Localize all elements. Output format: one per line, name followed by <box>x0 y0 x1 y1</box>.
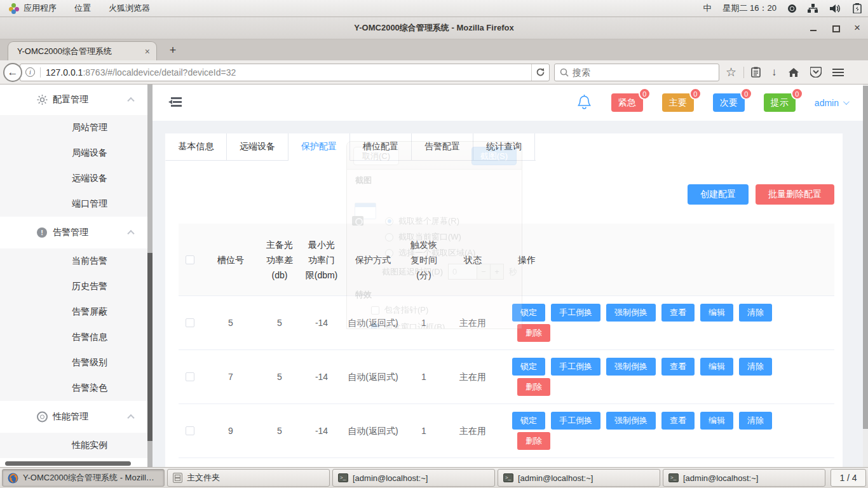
badge-label: 提示 <box>771 97 789 109</box>
clear-button[interactable]: 清除 <box>739 304 772 322</box>
tab-slot-config[interactable]: 槽位配置 <box>350 133 412 161</box>
url-text[interactable]: 127.0.0.1:8763/#/localdevice/detail?devi… <box>46 67 531 78</box>
user-menu[interactable]: admin <box>815 98 848 108</box>
search-input[interactable] <box>573 67 714 78</box>
sidebar-section-config[interactable]: 配置管理 <box>0 85 147 115</box>
edit-button[interactable]: 编辑 <box>700 412 733 430</box>
badge-count: 0 <box>791 88 803 100</box>
sidebar-scrollbar-vertical[interactable] <box>147 85 153 467</box>
applications-icon <box>9 3 19 13</box>
row-checkbox[interactable] <box>186 372 194 381</box>
sidebar-scrollbar-horizontal[interactable] <box>5 461 131 466</box>
sidebar-item-current-alarm[interactable]: 当前告警 <box>0 248 147 274</box>
site-info-icon[interactable]: i <box>25 67 35 77</box>
maximize-button[interactable] <box>831 24 840 32</box>
delete-button[interactable]: 删除 <box>517 378 550 396</box>
manual-switch-button[interactable]: 手工倒换 <box>551 358 600 376</box>
lock-button[interactable]: 锁定 <box>512 304 545 322</box>
sidebar-item-remote-device[interactable]: 远端设备 <box>0 166 147 191</box>
alarm-badge-critical[interactable]: 紧急 0 <box>611 93 643 112</box>
pocket-icon[interactable] <box>810 67 822 78</box>
record-icon[interactable] <box>788 4 796 13</box>
sidebar-item-label: 端口管理 <box>72 198 107 210</box>
taskbar-window-terminal-1[interactable]: >_ [admin@localhost:~] <box>332 469 495 487</box>
volume-icon[interactable] <box>830 4 841 13</box>
back-button[interactable]: ← <box>3 63 22 82</box>
sidebar-item-local-device[interactable]: 局端设备 <box>0 140 147 166</box>
taskbar-window-firefox[interactable]: Y-OMC2000综合管理系统 - Mozill… <box>2 469 165 487</box>
app-header: 紧急 0 主要 0 次要 0 提示 0 admin <box>153 85 863 121</box>
sidebar-section-performance[interactable]: 性能管理 <box>0 401 147 433</box>
browser-tab[interactable]: Y-OMC2000综合管理系统 × <box>8 41 157 60</box>
network-icon[interactable] <box>808 4 818 13</box>
taskbar-window-terminal-3[interactable]: >_ [admin@localhost:~] <box>663 469 825 487</box>
home-icon[interactable] <box>788 67 799 78</box>
url-bar[interactable]: i 127.0.0.1:8763/#/localdevice/detail?de… <box>20 64 550 81</box>
applications-menu[interactable]: 应用程序 <box>0 0 65 17</box>
places-menu[interactable]: 位置 <box>65 0 100 17</box>
batch-delete-config-button[interactable]: 批量删除配置 <box>756 184 834 205</box>
edit-button[interactable]: 编辑 <box>700 304 733 322</box>
row-checkbox[interactable] <box>186 426 194 435</box>
force-switch-button[interactable]: 强制倒换 <box>606 412 656 430</box>
delete-button[interactable]: 删除 <box>517 324 550 342</box>
sidebar-scrollbar-thumb[interactable] <box>147 253 153 441</box>
view-button[interactable]: 查看 <box>661 358 695 376</box>
badge-count: 0 <box>639 88 651 100</box>
sidebar-item-alarm-info[interactable]: 告警信息 <box>0 325 147 350</box>
edit-button[interactable]: 编辑 <box>700 358 733 376</box>
sidebar-item-alarm-mask[interactable]: 告警屏蔽 <box>0 299 147 325</box>
clock[interactable]: 星期二 16：20 <box>722 3 776 14</box>
manual-switch-button[interactable]: 手工倒换 <box>551 304 600 322</box>
view-button[interactable]: 查看 <box>661 304 695 322</box>
collapse-sidebar-icon[interactable] <box>168 97 182 109</box>
alarm-badge-major[interactable]: 主要 0 <box>662 93 694 112</box>
firefox-menu[interactable]: 火狐浏览器 <box>100 0 159 17</box>
delete-button[interactable]: 删除 <box>517 432 550 450</box>
page-scrollbar[interactable] <box>863 85 868 467</box>
sidebar-item-station-mgmt[interactable]: 局站管理 <box>0 115 147 140</box>
sidebar-item-performance-instance[interactable]: 性能实例 <box>0 433 147 458</box>
select-all-checkbox[interactable] <box>186 255 194 264</box>
new-tab-button[interactable]: + <box>164 42 182 58</box>
detail-card: 基本信息 远端设备 保护配置 槽位配置 告警配置 统计查询 创建配置 批量删除配… <box>165 133 843 467</box>
manual-switch-button[interactable]: 手工倒换 <box>551 412 600 430</box>
sidebar-item-alarm-level[interactable]: 告警级别 <box>0 350 147 376</box>
downloads-icon[interactable]: ↓ <box>771 66 777 79</box>
battery-icon[interactable] <box>853 3 862 13</box>
bookmark-star-icon[interactable]: ☆ <box>726 66 736 78</box>
alarm-badge-minor[interactable]: 次要 0 <box>713 93 745 112</box>
bookmarks-menu-icon[interactable] <box>751 67 761 78</box>
sidebar-item-port-mgmt[interactable]: 端口管理 <box>0 191 147 217</box>
sidebar-item-alarm-color[interactable]: 告警染色 <box>0 376 147 401</box>
workspace-pager[interactable]: 1 / 4 <box>831 469 866 487</box>
tab-remote-device[interactable]: 远端设备 <box>227 133 288 161</box>
force-switch-button[interactable]: 强制倒换 <box>606 304 656 322</box>
tab-statistics-query[interactable]: 统计查询 <box>473 133 535 161</box>
taskbar-window-home-folder[interactable]: 主文件夹 <box>167 469 330 487</box>
lock-button[interactable]: 锁定 <box>512 358 545 376</box>
row-checkbox[interactable] <box>186 318 194 327</box>
taskbar-window-terminal-2[interactable]: >_ [admin@localhost:~] <box>498 469 660 487</box>
tab-close-icon[interactable]: × <box>145 46 150 57</box>
alarm-badge-hint[interactable]: 提示 0 <box>764 93 796 112</box>
bell-icon[interactable] <box>576 94 592 111</box>
reload-button[interactable] <box>531 64 549 81</box>
search-bar[interactable] <box>554 64 719 81</box>
menu-icon[interactable] <box>832 67 844 78</box>
minimize-button[interactable] <box>810 24 818 32</box>
clear-button[interactable]: 清除 <box>739 358 772 376</box>
sidebar-section-alarm[interactable]: ! 告警管理 <box>0 217 147 248</box>
clear-button[interactable]: 清除 <box>739 412 772 430</box>
tab-protection-config[interactable]: 保护配置 <box>288 133 350 161</box>
view-button[interactable]: 查看 <box>661 412 695 430</box>
create-config-button[interactable]: 创建配置 <box>688 184 749 205</box>
page-scrollbar-thumb[interactable] <box>863 86 868 429</box>
lock-button[interactable]: 锁定 <box>512 412 545 430</box>
force-switch-button[interactable]: 强制倒换 <box>606 358 656 376</box>
tab-basic-info[interactable]: 基本信息 <box>165 133 227 161</box>
sidebar-item-history-alarm[interactable]: 历史告警 <box>0 274 147 299</box>
tab-alarm-config[interactable]: 告警配置 <box>412 133 473 161</box>
close-button[interactable]: × <box>853 24 862 32</box>
input-method-indicator[interactable]: 中 <box>703 3 711 14</box>
